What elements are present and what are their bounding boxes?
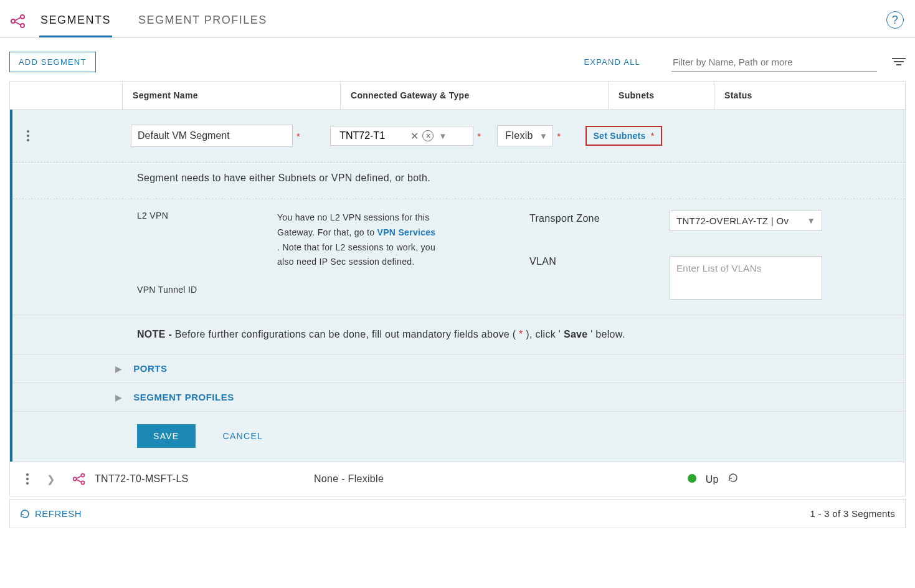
chevron-right-icon: ▶	[115, 392, 122, 402]
cancel-button[interactable]: CANCEL	[219, 430, 267, 442]
col-gateway: Connected Gateway & Type	[340, 82, 608, 109]
status-text: Up	[706, 474, 719, 485]
clear-selection-icon[interactable]: ✕	[422, 130, 434, 141]
chevron-down-icon[interactable]: ▼	[439, 131, 447, 141]
set-subnets-button[interactable]: Set Subnets *	[586, 126, 661, 146]
col-status: Status	[714, 82, 905, 109]
row-status: Up	[688, 473, 738, 485]
pagination-count: 1 - 3 of 3 Segments	[810, 508, 895, 519]
refresh-label: REFRESH	[35, 508, 82, 519]
svg-line-9	[77, 480, 82, 482]
refresh-button[interactable]: REFRESH	[20, 508, 82, 519]
svg-point-0	[11, 19, 15, 23]
required-icon: *	[519, 329, 523, 339]
transport-zone-select[interactable]: TNT72-OVERLAY-TZ | Ov ▼	[670, 211, 822, 231]
tab-segments[interactable]: SEGMENTS	[39, 5, 112, 37]
row-gateway: None - Flexible	[314, 473, 688, 485]
filter-icon[interactable]	[892, 58, 906, 67]
vlan-label: VLAN	[529, 256, 670, 295]
required-icon: *	[477, 131, 481, 141]
svg-line-4	[15, 22, 21, 25]
filter-input[interactable]	[671, 53, 877, 72]
segment-icon	[64, 472, 95, 486]
note-row: NOTE - Before further configurations can…	[12, 315, 905, 354]
l2vpn-message: You have no L2 VPN sessions for this Gat…	[277, 211, 439, 270]
clear-text-icon[interactable]: ✕	[410, 130, 419, 142]
svg-line-8	[77, 476, 82, 478]
type-select-value: Flexib	[505, 130, 533, 141]
expand-all-link[interactable]: EXPAND ALL	[584, 57, 640, 67]
svg-point-2	[21, 24, 24, 27]
note-body-a: Before further configurations can be don…	[175, 329, 519, 339]
row-actions-menu[interactable]	[16, 473, 39, 485]
row-actions-menu[interactable]	[12, 130, 44, 141]
transport-zone-label: Transport Zone	[529, 213, 670, 224]
expand-row-icon[interactable]: ❯	[39, 473, 64, 485]
col-segment-name: Segment Name	[122, 82, 340, 109]
tab-segment-profiles[interactable]: SEGMENT PROFILES	[137, 5, 268, 37]
svg-point-7	[81, 481, 84, 484]
note-body-c: ' below.	[590, 329, 625, 339]
gateway-select[interactable]: ✕ ✕ ▼	[330, 126, 473, 146]
col-empty	[10, 82, 122, 109]
note-body-b: ), click '	[526, 329, 561, 339]
table-row: ❯ TNT72-T0-MSFT-LS None - Flexible Up	[10, 462, 905, 496]
l2vpn-label: L2 VPN	[137, 211, 277, 270]
gateway-select-value[interactable]	[338, 130, 407, 142]
save-button[interactable]: SAVE	[137, 424, 196, 448]
segment-name-input[interactable]	[131, 125, 293, 147]
transport-zone-value: TNT72-OVERLAY-TZ | Ov	[676, 216, 789, 226]
svg-point-1	[21, 15, 24, 19]
refresh-status-icon[interactable]	[728, 473, 738, 485]
chevron-down-icon[interactable]: ▼	[539, 131, 548, 141]
add-segment-button[interactable]: ADD SEGMENT	[9, 52, 96, 72]
segment-profiles-label: SEGMENT PROFILES	[133, 392, 234, 402]
svg-line-3	[15, 17, 21, 21]
vlan-input[interactable]: Enter List of VLANs	[670, 256, 822, 300]
row-segment-name: TNT72-T0-MSFT-LS	[95, 473, 314, 485]
svg-point-5	[73, 477, 77, 480]
vpn-services-link[interactable]: VPN Services	[377, 227, 436, 237]
segments-icon	[9, 12, 27, 30]
chevron-right-icon: ▶	[115, 364, 122, 374]
ports-expander[interactable]: ▶ PORTS	[12, 354, 905, 383]
vpn-tunnel-label: VPN Tunnel ID	[137, 285, 277, 295]
ports-label: PORTS	[133, 363, 167, 374]
segment-profiles-expander[interactable]: ▶ SEGMENT PROFILES	[12, 383, 905, 412]
svg-point-6	[81, 474, 84, 477]
required-icon: *	[296, 131, 300, 141]
chevron-down-icon[interactable]: ▼	[807, 216, 815, 225]
help-icon[interactable]: ?	[886, 11, 904, 29]
set-subnets-label: Set Subnets	[593, 131, 645, 141]
l2vpn-message-b: . Note that for L2 sessions to work, you…	[277, 242, 435, 267]
note-prefix: NOTE -	[137, 329, 175, 339]
note-save: Save	[564, 329, 588, 339]
status-up-icon	[688, 474, 696, 483]
subnet-hint: Segment needs to have either Subnets or …	[12, 163, 905, 199]
col-subnets: Subnets	[608, 82, 714, 109]
type-select[interactable]: Flexib ▼	[497, 125, 553, 146]
segment-edit-row: * ✕ ✕ ▼ * Flexib ▼ * Set Subnets * Segme…	[10, 110, 905, 462]
required-icon: *	[557, 131, 561, 141]
required-icon: *	[651, 131, 655, 141]
